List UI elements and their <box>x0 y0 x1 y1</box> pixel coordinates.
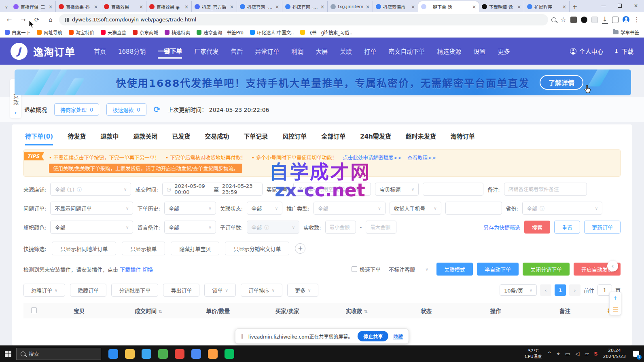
download-link[interactable]: ↓ 下载 <box>614 47 633 55</box>
back-to-top-button[interactable]: ↑ <box>613 295 618 301</box>
bookmark-item[interactable]: 淘宝特价 <box>69 29 94 36</box>
paid-min-input[interactable] <box>325 221 356 234</box>
tab-close-icon[interactable]: × <box>320 4 324 10</box>
table-column-header[interactable]: 操作 ⇅ <box>461 307 530 315</box>
browser-tab[interactable]: 抖店_官方后 × <box>192 1 237 12</box>
tab-close-icon[interactable]: × <box>230 4 234 10</box>
browser-tab[interactable]: 抖店官网 - 一 × <box>237 1 282 12</box>
close-distribution-button[interactable]: 关闭分销下单 <box>523 263 570 276</box>
taskbar-app-icon[interactable] <box>108 349 118 359</box>
forward-button[interactable]: → <box>18 15 28 25</box>
refresh-icon[interactable]: ⟳ <box>154 105 161 114</box>
toolbar-button[interactable]: 分销批量下单 ∨ <box>111 284 158 297</box>
add-quick-filter-button[interactable]: + <box>295 243 305 254</box>
mic-icon[interactable]: ⌖ <box>557 351 560 357</box>
phone-type-select[interactable]: 收货人手机号 ∨ <box>390 202 441 215</box>
update-orders-button[interactable]: 更新订单 <box>584 221 621 234</box>
promo-banner[interactable]: 快使用1688代发推单吧！支持手机大单量推单，专属私密价，无需解密平台面单直发 … <box>15 69 631 95</box>
table-column-header[interactable]: 备注 ⇅ <box>530 307 600 315</box>
tab-close-icon[interactable]: × <box>472 4 476 10</box>
save-quick-filter-link[interactable]: 另存为快捷筛选 <box>483 223 520 231</box>
sort-icon[interactable]: ⇅ <box>364 309 368 314</box>
sort-icon[interactable]: ⇅ <box>159 309 162 314</box>
tab-close-icon[interactable]: × <box>366 4 370 10</box>
nav-item[interactable]: 关联 ∨ <box>340 44 352 58</box>
expand-chevron-icon[interactable]: › <box>15 109 17 116</box>
tab-close-icon[interactable]: × <box>517 4 521 10</box>
browser-tab[interactable]: 抖店官网 - 一 × <box>282 1 328 12</box>
nav-item[interactable]: 设置 ∨ <box>473 44 485 58</box>
nav-item[interactable]: 异常订单 ∨ <box>255 44 279 58</box>
tab-search-icon[interactable]: ∨ <box>2 2 11 12</box>
order-tab[interactable]: 淘特订单 <box>451 132 475 145</box>
nav-item[interactable]: 更多 ∨ <box>498 44 510 58</box>
order-tab[interactable]: 下单记录 <box>244 132 268 145</box>
title-keyword-input[interactable] <box>423 183 483 196</box>
view-tutorial-link[interactable]: 查看教程>> <box>407 154 436 161</box>
tab-close-icon[interactable]: × <box>184 4 189 10</box>
express-refund-button[interactable]: 极速退款 0 <box>106 103 146 116</box>
semi-auto-order-button[interactable]: 半自动下单 <box>477 263 519 276</box>
order-tab[interactable]: 24h需发货 <box>360 132 391 145</box>
table-column-header[interactable]: 单价/数量 ⇅ <box>183 307 253 315</box>
taskbar-app-icon[interactable] <box>158 349 168 359</box>
tampermonkey-extension-icon[interactable] <box>570 17 577 23</box>
pending-merchant-button[interactable]: 待商家处理 0 <box>54 103 99 116</box>
browser-tab[interactable]: 抖店蓝海市 × <box>373 1 418 12</box>
order-tab[interactable]: 退款关闭 <box>133 132 157 145</box>
feedback-list-icon[interactable] <box>613 307 618 311</box>
zoom-icon[interactable] <box>551 17 556 22</box>
date-range-picker[interactable]: ◷ 2024-05-09 00:00 至 2024-05-23 23:59 <box>162 183 263 196</box>
tray-expand-icon[interactable]: ^ <box>547 351 552 357</box>
note-input[interactable] <box>504 183 587 196</box>
prev-page-button[interactable]: ‹ <box>540 284 551 296</box>
taskbar-app-icon[interactable] <box>125 349 135 359</box>
suborder-select[interactable]: 全部 ⓘ ∨ <box>247 221 299 234</box>
browser-tab[interactable]: 直播效果 ◉ × <box>146 1 192 12</box>
back-button[interactable]: ← <box>4 15 15 25</box>
toolbar-button[interactable]: 忽略订单 ∨ <box>23 284 65 297</box>
order-tab[interactable]: 超时未发货 <box>406 132 436 145</box>
promo-select[interactable]: 全部 ∨ <box>314 202 386 215</box>
quick-filter-button[interactable]: 只显示锁单 <box>122 242 165 255</box>
browser-tab[interactable]: 直播伴侣_三 × <box>11 1 56 12</box>
toolbar-button[interactable]: 锁单 ∨ <box>204 284 235 297</box>
browser-tab[interactable]: 一键下单-逸 × <box>418 1 479 12</box>
toolbar-button[interactable]: 导出订单 ∨ <box>163 284 199 297</box>
hide-notice-link[interactable]: 隐藏 <box>393 333 403 340</box>
store-select[interactable]: 全部 (1) ⓘ ∨ <box>50 183 131 196</box>
taskbar-app-icon[interactable] <box>175 349 184 359</box>
site-info-icon[interactable] <box>65 18 69 22</box>
sidebar-icon[interactable] <box>612 17 619 23</box>
nav-item[interactable]: 精选货源 ∨ <box>437 44 461 58</box>
title-type-select[interactable]: 宝贝标题 ∨ <box>375 183 419 196</box>
order-tab[interactable]: 退款中 <box>100 132 119 145</box>
tab-close-icon[interactable]: × <box>94 4 98 10</box>
order-tab[interactable]: 待下单(0) <box>25 132 53 145</box>
extension-doc-icon[interactable] <box>591 17 598 23</box>
download-plugin-link[interactable]: 下载插件 <box>120 267 141 273</box>
tab-close-icon[interactable]: × <box>562 4 566 10</box>
bookmark-item[interactable]: 环化达人:中国文.. <box>250 29 294 36</box>
nav-item[interactable]: 打单 ∨ <box>364 44 376 58</box>
toolbar-button[interactable]: 隐藏订单 ∨ <box>70 284 106 297</box>
window-minimize-button[interactable]: — <box>595 0 612 11</box>
bookmark-item[interactable]: 违章查询 - 书签Pro <box>197 29 244 36</box>
taskbar-clock[interactable]: 20:24 2024/5/23 <box>603 348 626 360</box>
taskbar-app-icon[interactable] <box>191 349 201 359</box>
home-button[interactable]: ⌂ <box>45 15 56 25</box>
browser-tab[interactable]: 扩展程序 × <box>524 1 570 12</box>
browser-tab[interactable]: 直播效果 × <box>101 1 146 12</box>
order-tab[interactable]: 已发货 <box>172 132 190 145</box>
next-page-button[interactable]: › <box>569 284 580 296</box>
express-order-checkbox[interactable]: 极速下单 <box>352 265 381 273</box>
paid-max-input[interactable] <box>366 221 396 234</box>
bookmark-item[interactable]: 精选特卖 <box>165 29 190 36</box>
service-tag-select[interactable]: 不标注客服 ∨ <box>385 263 432 276</box>
window-close-button[interactable]: × <box>628 0 644 11</box>
display-icon[interactable]: ▭ <box>565 351 570 357</box>
new-tab-button[interactable]: + <box>570 2 580 12</box>
nav-item[interactable]: 密文自动下单 ∨ <box>388 44 425 58</box>
bookmark-item[interactable]: 白度一下 <box>5 29 30 36</box>
apply-quota-link[interactable]: 点击此处申请解密额度>> <box>343 154 402 161</box>
